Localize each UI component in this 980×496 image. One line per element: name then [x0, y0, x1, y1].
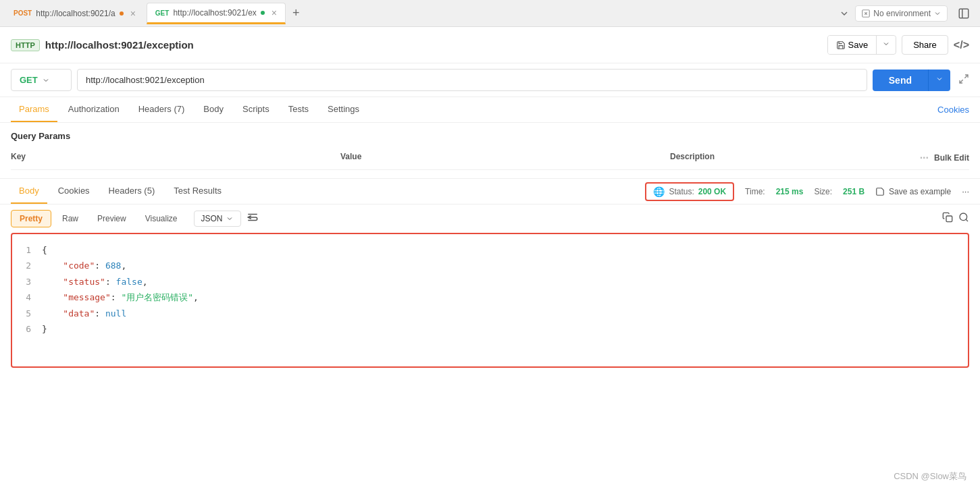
size-value: 251 B	[843, 187, 865, 196]
more-dots-icon[interactable]: ···	[920, 152, 929, 164]
response-tab-test-results[interactable]: Test Results	[165, 179, 230, 204]
response-body-toolbar: Pretty Raw Preview Visualize JSON	[0, 204, 980, 233]
body-tab-preview[interactable]: Preview	[89, 211, 134, 227]
code-icon[interactable]: </>	[954, 39, 969, 51]
tab-bar: POST http://localhost:9021/a × GET http:…	[0, 0, 980, 27]
share-button[interactable]: Share	[902, 35, 948, 55]
method-label: GET	[20, 75, 38, 85]
svg-line-6	[960, 80, 963, 83]
get-method-badge: GET	[155, 9, 170, 17]
time-value: 215 ms	[776, 187, 804, 196]
request-url-title: http://localhost:9021/exception	[45, 39, 194, 51]
http-badge: HTTP	[11, 39, 40, 51]
tab-authorization[interactable]: Authorization	[60, 97, 128, 122]
code-line-6: 6 }	[20, 321, 960, 337]
tab-cookies-link[interactable]: Cookies	[937, 98, 969, 121]
body-tab-visualize[interactable]: Visualize	[137, 211, 186, 227]
save-as-example-button[interactable]: Save as example	[875, 187, 951, 196]
description-column-header: Description	[670, 152, 914, 164]
tab-tests[interactable]: Tests	[280, 97, 317, 122]
resize-icon[interactable]	[958, 74, 969, 86]
request-actions: Save Share </>	[827, 35, 969, 55]
save-example-label: Save as example	[889, 187, 951, 196]
response-tab-headers[interactable]: Headers (5)	[101, 179, 163, 204]
tab-post-close[interactable]: ×	[130, 8, 136, 19]
tab-settings[interactable]: Settings	[319, 97, 367, 122]
format-chevron-icon	[226, 215, 234, 223]
value-column-header: Value	[340, 152, 665, 164]
key-column-header: Key	[11, 152, 335, 164]
save-label: Save	[848, 40, 869, 50]
time-label: Time:	[745, 187, 765, 196]
tab-get-url: http://localhost:9021/ex	[173, 8, 256, 18]
response-status-bar: 🌐 Status: 200 OK Time: 215 ms Size: 251 …	[645, 180, 969, 204]
send-button[interactable]: Send	[873, 70, 928, 91]
request-tabs: Params Authorization Headers (7) Body Sc…	[0, 97, 980, 123]
add-tab-button[interactable]: +	[288, 6, 304, 20]
format-select[interactable]: JSON	[194, 211, 241, 227]
code-line-2: 2 "code": 688,	[20, 258, 960, 273]
response-tab-cookies[interactable]: Cookies	[50, 179, 98, 204]
no-env-icon	[861, 9, 871, 18]
query-params-section: Query Params Key Value Description ··· B…	[0, 123, 980, 178]
tab-get-close[interactable]: ×	[272, 7, 277, 18]
params-table-header: Key Value Description ··· Bulk Edit	[11, 146, 969, 170]
method-select[interactable]: GET	[11, 69, 72, 91]
tab-headers[interactable]: Headers (7)	[130, 97, 193, 122]
tab-body[interactable]: Body	[195, 97, 232, 122]
env-selector: No environment	[839, 3, 975, 24]
tab-scripts[interactable]: Scripts	[234, 97, 278, 122]
tab-post[interactable]: POST http://localhost:9021/a ×	[5, 3, 144, 24]
query-params-title: Query Params	[11, 131, 969, 141]
code-line-5: 5 "data": null	[20, 306, 960, 321]
tab-get[interactable]: GET http://localhost:9021/ex ×	[147, 3, 286, 24]
save-icon	[836, 40, 846, 50]
response-tab-body[interactable]: Body	[11, 179, 47, 204]
env-dropdown[interactable]: No environment	[855, 5, 948, 22]
request-header: HTTP http://localhost:9021/exception Sav…	[0, 27, 980, 63]
status-value: 200 OK	[698, 187, 726, 196]
save-chevron-icon	[882, 40, 890, 48]
sidebar-panel-icon[interactable]	[953, 3, 975, 24]
copy-icon[interactable]	[942, 212, 953, 225]
send-button-group: Send	[873, 70, 950, 91]
code-line-4: 4 "message": "用户名密码错误",	[20, 290, 960, 305]
size-label: Size:	[814, 187, 832, 196]
svg-line-10	[966, 219, 968, 221]
svg-rect-3	[959, 9, 969, 18]
body-tab-raw[interactable]: Raw	[54, 211, 86, 227]
save-button[interactable]: Save	[828, 36, 877, 54]
status-label: Status:	[669, 187, 694, 196]
post-dot	[120, 11, 124, 16]
body-tab-pretty[interactable]: Pretty	[11, 210, 51, 227]
method-chevron-icon	[42, 76, 50, 84]
request-title-bar: HTTP http://localhost:9021/exception	[11, 39, 194, 51]
code-line-1: 1 {	[20, 242, 960, 258]
more-options-icon[interactable]: ···	[962, 186, 969, 196]
url-input[interactable]	[77, 69, 867, 91]
body-actions	[942, 212, 969, 225]
save-dropdown-button[interactable]	[877, 36, 896, 54]
svg-rect-8	[946, 216, 952, 222]
format-label: JSON	[201, 214, 223, 223]
response-tabs-bar: Body Cookies Headers (5) Test Results 🌐 …	[0, 179, 980, 204]
get-dot	[261, 11, 265, 15]
svg-line-5	[964, 75, 968, 78]
chevron-down-icon	[839, 8, 850, 19]
tab-post-url: http://localhost:9021/a	[36, 9, 115, 18]
bulk-edit-area: ··· Bulk Edit	[920, 152, 969, 164]
wrap-icon[interactable]	[247, 211, 259, 226]
watermark: CSDN @Slow菜鸟	[894, 470, 966, 483]
send-chevron-icon	[935, 75, 944, 83]
env-chevron-icon	[933, 9, 942, 18]
bulk-edit-button[interactable]: Bulk Edit	[934, 153, 969, 163]
body-format-tabs: Pretty Raw Preview Visualize JSON	[11, 210, 259, 227]
response-code-area: 1 { 2 "code": 688, 3 "status": false, 4 …	[11, 233, 969, 368]
search-icon[interactable]	[958, 212, 969, 225]
response-section: Body Cookies Headers (5) Test Results 🌐 …	[0, 178, 980, 368]
status-box: 🌐 Status: 200 OK	[645, 182, 734, 201]
url-bar: GET Send	[0, 63, 980, 97]
save-example-icon	[875, 187, 885, 196]
tab-params[interactable]: Params	[11, 97, 57, 122]
send-dropdown-button[interactable]	[928, 70, 950, 91]
